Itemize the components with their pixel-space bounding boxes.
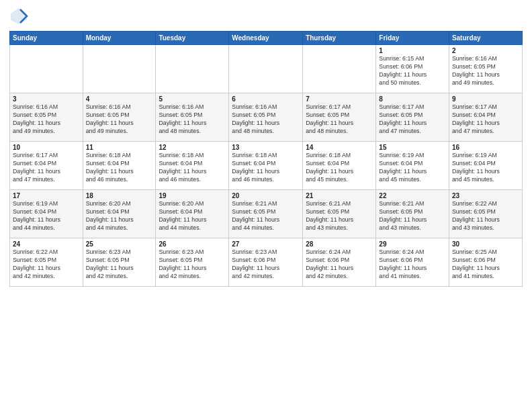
calendar-table: SundayMondayTuesdayWednesdayThursdayFrid… <box>9 31 523 287</box>
calendar-cell: 22Sunrise: 6:21 AM Sunset: 6:05 PM Dayli… <box>376 190 449 238</box>
day-number: 6 <box>232 95 300 103</box>
day-info: Sunrise: 6:24 AM Sunset: 6:06 PM Dayligh… <box>306 248 373 281</box>
day-info: Sunrise: 6:23 AM Sunset: 6:05 PM Dayligh… <box>86 248 153 281</box>
day-info: Sunrise: 6:21 AM Sunset: 6:05 PM Dayligh… <box>379 200 446 232</box>
day-info: Sunrise: 6:18 AM Sunset: 6:04 PM Dayligh… <box>159 152 226 184</box>
day-number: 4 <box>86 95 153 103</box>
day-number: 24 <box>13 240 80 248</box>
calendar-cell: 15Sunrise: 6:19 AM Sunset: 6:04 PM Dayli… <box>376 142 449 190</box>
calendar-cell: 28Sunrise: 6:24 AM Sunset: 6:06 PM Dayli… <box>303 238 376 287</box>
calendar-cell: 18Sunrise: 6:20 AM Sunset: 6:04 PM Dayli… <box>83 190 156 238</box>
calendar-cell: 29Sunrise: 6:24 AM Sunset: 6:06 PM Dayli… <box>376 238 449 287</box>
day-number: 25 <box>86 240 153 248</box>
day-number: 1 <box>379 47 446 54</box>
day-number: 16 <box>452 144 519 151</box>
day-info: Sunrise: 6:22 AM Sunset: 6:05 PM Dayligh… <box>13 248 80 281</box>
day-info: Sunrise: 6:15 AM Sunset: 6:06 PM Dayligh… <box>379 55 446 87</box>
calendar-cell: 30Sunrise: 6:25 AM Sunset: 6:06 PM Dayli… <box>449 238 522 287</box>
calendar-cell: 20Sunrise: 6:21 AM Sunset: 6:05 PM Dayli… <box>229 190 303 238</box>
day-number: 18 <box>86 192 153 199</box>
calendar-day-header: Friday <box>376 32 449 45</box>
calendar-cell: 7Sunrise: 6:17 AM Sunset: 6:05 PM Daylig… <box>303 93 376 142</box>
day-info: Sunrise: 6:19 AM Sunset: 6:04 PM Dayligh… <box>13 200 80 232</box>
day-number: 13 <box>232 144 300 151</box>
day-info: Sunrise: 6:18 AM Sunset: 6:04 PM Dayligh… <box>86 152 153 184</box>
calendar-cell: 14Sunrise: 6:18 AM Sunset: 6:04 PM Dayli… <box>303 142 376 190</box>
calendar-week-row: 10Sunrise: 6:17 AM Sunset: 6:04 PM Dayli… <box>10 142 523 190</box>
page: SundayMondayTuesdayWednesdayThursdayFrid… <box>0 0 532 411</box>
day-info: Sunrise: 6:21 AM Sunset: 6:05 PM Dayligh… <box>306 200 373 232</box>
day-info: Sunrise: 6:21 AM Sunset: 6:05 PM Dayligh… <box>232 200 300 232</box>
day-info: Sunrise: 6:18 AM Sunset: 6:04 PM Dayligh… <box>232 152 300 184</box>
day-number: 11 <box>86 144 153 151</box>
calendar-week-row: 24Sunrise: 6:22 AM Sunset: 6:05 PM Dayli… <box>10 238 523 287</box>
day-info: Sunrise: 6:17 AM Sunset: 6:05 PM Dayligh… <box>306 103 373 136</box>
day-number: 17 <box>13 192 80 199</box>
day-info: Sunrise: 6:19 AM Sunset: 6:04 PM Dayligh… <box>379 152 446 184</box>
day-info: Sunrise: 6:24 AM Sunset: 6:06 PM Dayligh… <box>379 248 446 281</box>
calendar-cell: 27Sunrise: 6:23 AM Sunset: 6:06 PM Dayli… <box>229 238 303 287</box>
day-number: 15 <box>379 144 446 151</box>
day-info: Sunrise: 6:17 AM Sunset: 6:05 PM Dayligh… <box>379 103 446 136</box>
calendar-cell: 12Sunrise: 6:18 AM Sunset: 6:04 PM Dayli… <box>156 142 229 190</box>
logo-icon <box>9 7 28 26</box>
calendar-cell: 10Sunrise: 6:17 AM Sunset: 6:04 PM Dayli… <box>10 142 83 190</box>
day-info: Sunrise: 6:16 AM Sunset: 6:05 PM Dayligh… <box>232 103 300 136</box>
calendar-cell: 17Sunrise: 6:19 AM Sunset: 6:04 PM Dayli… <box>10 190 83 238</box>
calendar-cell: 3Sunrise: 6:16 AM Sunset: 6:05 PM Daylig… <box>10 93 83 142</box>
day-number: 26 <box>159 240 226 248</box>
calendar-cell: 19Sunrise: 6:20 AM Sunset: 6:04 PM Dayli… <box>156 190 229 238</box>
day-number: 27 <box>232 240 300 248</box>
calendar-cell <box>10 45 83 93</box>
day-number: 20 <box>232 192 300 199</box>
logo <box>9 7 31 26</box>
day-info: Sunrise: 6:19 AM Sunset: 6:04 PM Dayligh… <box>452 152 519 184</box>
day-info: Sunrise: 6:22 AM Sunset: 6:05 PM Dayligh… <box>452 200 519 232</box>
calendar-cell: 13Sunrise: 6:18 AM Sunset: 6:04 PM Dayli… <box>229 142 303 190</box>
day-info: Sunrise: 6:17 AM Sunset: 6:04 PM Dayligh… <box>452 103 519 136</box>
day-info: Sunrise: 6:20 AM Sunset: 6:04 PM Dayligh… <box>86 200 153 232</box>
calendar-cell: 16Sunrise: 6:19 AM Sunset: 6:04 PM Dayli… <box>449 142 522 190</box>
calendar-cell: 2Sunrise: 6:16 AM Sunset: 6:05 PM Daylig… <box>449 45 522 93</box>
day-number: 23 <box>452 192 519 199</box>
day-number: 28 <box>306 240 373 248</box>
day-info: Sunrise: 6:20 AM Sunset: 6:04 PM Dayligh… <box>159 200 226 232</box>
calendar-cell: 1Sunrise: 6:15 AM Sunset: 6:06 PM Daylig… <box>376 45 449 93</box>
day-number: 30 <box>452 240 519 248</box>
calendar-cell: 24Sunrise: 6:22 AM Sunset: 6:05 PM Dayli… <box>10 238 83 287</box>
day-number: 14 <box>306 144 373 151</box>
calendar-day-header: Monday <box>83 32 156 45</box>
calendar-cell: 23Sunrise: 6:22 AM Sunset: 6:05 PM Dayli… <box>449 190 522 238</box>
day-info: Sunrise: 6:23 AM Sunset: 6:05 PM Dayligh… <box>159 248 226 281</box>
calendar-cell <box>156 45 229 93</box>
day-number: 12 <box>159 144 226 151</box>
day-info: Sunrise: 6:16 AM Sunset: 6:05 PM Dayligh… <box>86 103 153 136</box>
day-number: 3 <box>13 95 80 103</box>
calendar-cell: 11Sunrise: 6:18 AM Sunset: 6:04 PM Dayli… <box>83 142 156 190</box>
day-info: Sunrise: 6:16 AM Sunset: 6:05 PM Dayligh… <box>159 103 226 136</box>
calendar-cell: 25Sunrise: 6:23 AM Sunset: 6:05 PM Dayli… <box>83 238 156 287</box>
day-number: 22 <box>379 192 446 199</box>
calendar-cell <box>83 45 156 93</box>
calendar-header-row: SundayMondayTuesdayWednesdayThursdayFrid… <box>10 32 523 45</box>
calendar-day-header: Tuesday <box>156 32 229 45</box>
day-info: Sunrise: 6:25 AM Sunset: 6:06 PM Dayligh… <box>452 248 519 281</box>
calendar-cell <box>229 45 303 93</box>
day-number: 2 <box>452 47 519 54</box>
day-number: 5 <box>159 95 226 103</box>
calendar-day-header: Thursday <box>303 32 376 45</box>
day-info: Sunrise: 6:16 AM Sunset: 6:05 PM Dayligh… <box>452 55 519 87</box>
calendar-cell <box>303 45 376 93</box>
calendar-day-header: Sunday <box>10 32 83 45</box>
day-number: 10 <box>13 144 80 151</box>
calendar-cell: 8Sunrise: 6:17 AM Sunset: 6:05 PM Daylig… <box>376 93 449 142</box>
day-info: Sunrise: 6:16 AM Sunset: 6:05 PM Dayligh… <box>13 103 80 136</box>
calendar-week-row: 3Sunrise: 6:16 AM Sunset: 6:05 PM Daylig… <box>10 93 523 142</box>
calendar-cell: 26Sunrise: 6:23 AM Sunset: 6:05 PM Dayli… <box>156 238 229 287</box>
calendar-cell: 9Sunrise: 6:17 AM Sunset: 6:04 PM Daylig… <box>449 93 522 142</box>
day-number: 7 <box>306 95 373 103</box>
day-info: Sunrise: 6:17 AM Sunset: 6:04 PM Dayligh… <box>13 152 80 184</box>
day-number: 21 <box>306 192 373 199</box>
day-info: Sunrise: 6:18 AM Sunset: 6:04 PM Dayligh… <box>306 152 373 184</box>
calendar-day-header: Wednesday <box>229 32 303 45</box>
